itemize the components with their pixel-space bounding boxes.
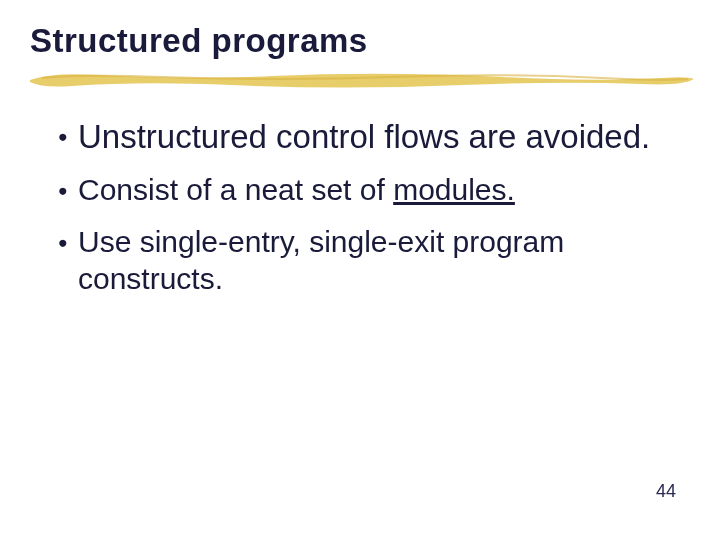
slide: Structured programs ● Unstructured contr… xyxy=(0,0,720,540)
bullet-dot-icon: ● xyxy=(58,224,68,260)
bullet-text: Unstructured control flows are avoided. xyxy=(78,116,650,157)
bullet-item: ● Unstructured control flows are avoided… xyxy=(58,116,680,157)
bullet-item: ● Consist of a neat set of modules. xyxy=(58,171,680,209)
brushstroke-icon xyxy=(22,66,702,94)
bullet-dot-icon: ● xyxy=(58,172,68,208)
page-number: 44 xyxy=(656,481,676,502)
bullet-text: Use single-entry, single-exit program co… xyxy=(78,223,680,298)
bullet-text-pre: Consist of a neat set of xyxy=(78,173,393,206)
title-underline xyxy=(30,66,690,94)
bullet-text-pre: Use single-entry, single-exit program co… xyxy=(78,225,564,296)
content-area: ● Unstructured control flows are avoided… xyxy=(30,116,690,298)
bullet-item: ● Use single-entry, single-exit program … xyxy=(58,223,680,298)
bullet-text-underlined: modules. xyxy=(393,173,515,206)
bullet-text-pre: Unstructured control flows are avoided. xyxy=(78,118,650,155)
slide-title: Structured programs xyxy=(30,22,690,60)
bullet-dot-icon: ● xyxy=(58,117,68,157)
bullet-text: Consist of a neat set of modules. xyxy=(78,171,515,209)
